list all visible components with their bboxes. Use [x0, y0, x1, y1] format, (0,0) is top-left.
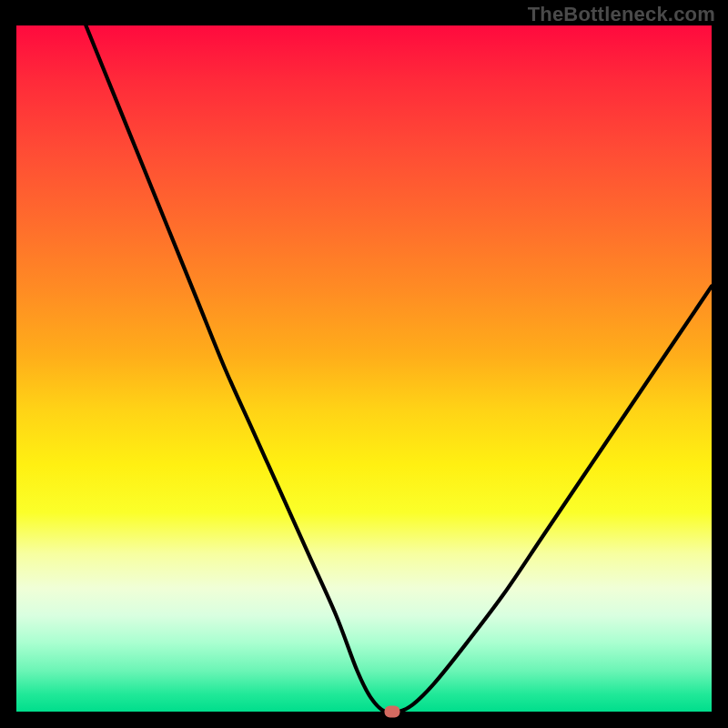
chart-frame: TheBottleneck.com	[0, 0, 728, 728]
plot-area	[16, 25, 712, 712]
optimal-point-marker	[384, 706, 399, 718]
bottleneck-curve	[16, 25, 712, 712]
watermark-text: TheBottleneck.com	[528, 3, 715, 26]
